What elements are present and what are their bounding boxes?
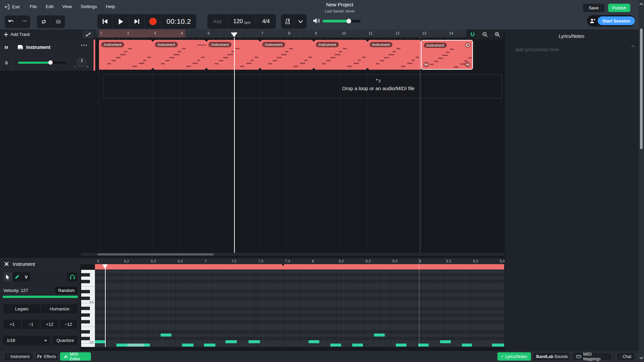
midi-note[interactable]: [440, 340, 451, 343]
key-button[interactable]: Key: [207, 14, 228, 29]
black-key[interactable]: [81, 320, 90, 323]
black-key[interactable]: [81, 273, 90, 277]
start-session-pill[interactable]: Start Session: [587, 15, 635, 26]
tab-midi-mappings[interactable]: MIDI Mappings: [573, 352, 612, 361]
redo-button[interactable]: [17, 15, 30, 28]
midi-note[interactable]: [182, 344, 194, 347]
select-tool-button[interactable]: [3, 272, 12, 282]
hscrollbar-thumb[interactable]: [97, 253, 214, 255]
skip-to-end-button[interactable]: [129, 14, 144, 29]
scroll-down-icon[interactable]: [639, 357, 643, 359]
midi-note[interactable]: [204, 344, 215, 347]
humanize-button[interactable]: Humanize: [41, 304, 78, 313]
tab-chat[interactable]: Chat: [616, 352, 635, 361]
snap-button[interactable]: [466, 29, 479, 40]
drop-zone[interactable]: +♪ Drop a loop or an audio/MIDI file: [103, 74, 502, 99]
quantize-value-select[interactable]: 1/16: [3, 336, 50, 345]
midi-note[interactable]: [249, 340, 260, 343]
mute-button[interactable]: M: [0, 40, 13, 55]
clip[interactable]: Instrument: [153, 40, 206, 70]
metronome-options-button[interactable]: [294, 14, 307, 29]
master-volume-slider[interactable]: [323, 20, 361, 22]
close-editor-icon[interactable]: [4, 261, 9, 266]
clip[interactable]: Instrument: [314, 40, 367, 70]
editor-ruler[interactable]: 66.26.36.477.27.37.488.28.38.499.29.39.4: [80, 258, 504, 264]
playhead-handle[interactable]: [231, 33, 237, 37]
editor-hscrollbar[interactable]: [80, 253, 504, 256]
midi-note[interactable]: [225, 340, 237, 343]
exit-button[interactable]: Exit: [5, 4, 20, 9]
track-volume-slider[interactable]: [18, 62, 66, 64]
editor-clip-bar[interactable]: [95, 264, 504, 269]
black-key[interactable]: [81, 290, 90, 293]
lyrics-input[interactable]: Add lyrics/notes here...: [515, 47, 563, 52]
time-signature-button[interactable]: 4/4: [256, 14, 276, 29]
piano-keys[interactable]: C4C3: [81, 270, 95, 347]
loop-button[interactable]: [37, 15, 51, 28]
piano-roll-grid[interactable]: [95, 270, 504, 347]
clip[interactable]: Instrument: [260, 40, 314, 70]
tab-bandlab-sounds[interactable]: BandLab Sounds: [533, 352, 570, 361]
black-key[interactable]: [81, 280, 90, 283]
black-key[interactable]: [81, 337, 90, 340]
velocity-tool-button[interactable]: V: [21, 272, 31, 282]
split-button[interactable]: [51, 15, 65, 28]
clip-loop-icon[interactable]: [465, 42, 471, 48]
clip[interactable]: Instrument: [99, 40, 153, 70]
clip-extend-right-icon[interactable]: [465, 62, 471, 67]
midi-note[interactable]: [374, 334, 385, 337]
vscrollbar-thumb[interactable]: [640, 28, 643, 149]
tab-instrument[interactable]: Instrument: [4, 352, 33, 361]
add-track-button[interactable]: Add Track: [4, 32, 30, 37]
draw-tool-button[interactable]: [12, 272, 21, 282]
automation-button[interactable]: [83, 31, 94, 38]
transpose-button-1[interactable]: −1: [22, 320, 40, 329]
clip[interactable]: Instrument: [206, 40, 260, 70]
black-key[interactable]: [81, 330, 90, 334]
menu-item-file[interactable]: File: [25, 0, 42, 13]
legato-button[interactable]: Legato: [3, 304, 40, 313]
panel-scroll-up-icon[interactable]: [631, 45, 635, 48]
metronome-button[interactable]: [281, 14, 294, 29]
transpose-button-2[interactable]: +12: [41, 320, 58, 329]
tab-midi-editor[interactable]: MIDI Editor: [60, 352, 91, 361]
save-button[interactable]: Save: [583, 4, 604, 12]
clip-selected[interactable]: Instrument: [421, 40, 473, 70]
project-title[interactable]: New Project: [273, 2, 407, 7]
track-name[interactable]: Instrument: [26, 45, 50, 50]
black-key[interactable]: [81, 307, 90, 310]
zoom-in-button[interactable]: [491, 29, 503, 40]
publish-button[interactable]: Publish: [608, 4, 630, 12]
record-button[interactable]: [144, 14, 161, 29]
bpm-button[interactable]: 120 bpm: [228, 14, 256, 29]
midi-note[interactable]: [462, 344, 472, 347]
clip-extend-left-icon[interactable]: [423, 62, 429, 67]
clip[interactable]: Instrument: [367, 40, 421, 70]
midi-note[interactable]: [95, 340, 106, 343]
transpose-button-3[interactable]: −12: [60, 320, 77, 329]
black-key[interactable]: [81, 297, 90, 300]
zoom-out-button[interactable]: [479, 29, 491, 40]
loop-region[interactable]: [99, 29, 185, 38]
menu-item-view[interactable]: View: [58, 0, 76, 13]
start-session-button[interactable]: Start Session: [598, 16, 635, 25]
menu-item-help[interactable]: Help: [101, 0, 119, 13]
menu-item-settings[interactable]: Settings: [76, 0, 102, 13]
midi-note[interactable]: [330, 344, 341, 347]
solo-button[interactable]: S: [0, 55, 13, 70]
midi-note[interactable]: [418, 344, 429, 347]
play-button[interactable]: [112, 14, 129, 29]
midi-note[interactable]: [309, 340, 319, 343]
scroll-up-icon[interactable]: [639, 3, 643, 5]
transpose-button-0[interactable]: +1: [3, 320, 21, 329]
midi-note[interactable]: [492, 344, 504, 347]
timeline-ruler[interactable]: 1234567891011121314: [95, 29, 466, 38]
tab-lyrics-notes[interactable]: Lyrics/Notes: [497, 352, 531, 361]
volume-handle[interactable]: [346, 19, 351, 23]
tab-effects[interactable]: Fx Effects: [35, 352, 58, 361]
velocity-slider[interactable]: [3, 296, 78, 298]
random-velocity-button[interactable]: Random: [55, 287, 78, 294]
midi-note[interactable]: [352, 344, 363, 347]
black-key[interactable]: [81, 313, 90, 317]
track-volume-handle[interactable]: [48, 60, 53, 65]
